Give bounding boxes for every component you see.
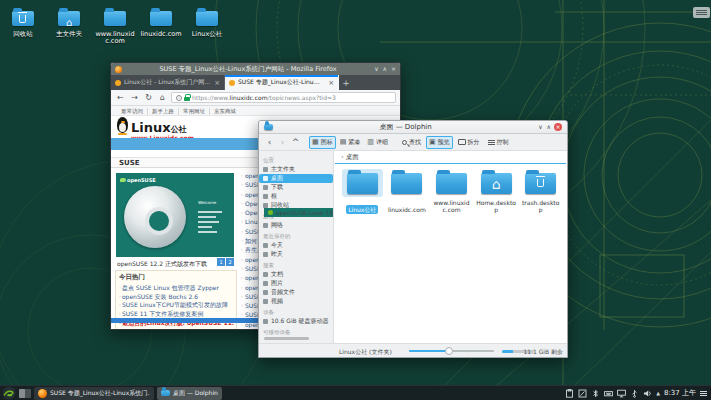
browser-tab[interactable]: SUSE 专题_Linux公社-Linu… × [225, 75, 339, 90]
place-icon [263, 290, 268, 295]
page-number[interactable]: 2 [226, 258, 234, 266]
desktop-icon[interactable]: 回收站 [0, 6, 46, 45]
bookmark-item[interactable]: 常用网址 [179, 108, 210, 115]
folder-icon [436, 173, 467, 194]
find-button[interactable]: 查找 [399, 136, 424, 149]
places-item[interactable]: 设备 [259, 308, 333, 317]
view-mode-button[interactable]: ▦ 图标 [309, 136, 336, 149]
new-tab-button[interactable]: + [339, 75, 353, 90]
minimize-icon[interactable]: ∨ [374, 66, 378, 72]
bookmark-item[interactable]: 最常访问 [117, 108, 148, 115]
folder-icon [196, 11, 218, 26]
split-button[interactable]: 拆分 [455, 136, 483, 149]
back-icon[interactable]: ‹ [264, 137, 275, 148]
dolphin-titlebar[interactable]: 桌面 — Dolphin ∨ ∧ × [259, 121, 567, 134]
firefox-tab-bar: Linux公社 - Linux系统门户网… × SUSE 专题_Linux公社-… [111, 75, 400, 90]
forward-icon[interactable]: → [129, 93, 140, 103]
bookmark-item[interactable]: 京东商城 [210, 108, 240, 115]
bluetooth-icon[interactable] [591, 389, 600, 398]
page-number[interactable]: 1 [217, 258, 225, 266]
pagination: 12 [217, 258, 234, 266]
places-item[interactable]: 10.6 GiB 硬盘驱动器 [259, 317, 333, 326]
reload-icon[interactable]: ↻ [143, 93, 154, 103]
places-item[interactable]: openSUSE-Leap-15.1-DVD [264, 208, 333, 217]
task-button[interactable]: SUSE 专题_Linux公社-Linux系统门… [34, 387, 154, 400]
virtual-desktop-pager[interactable] [19, 389, 31, 398]
url-bar[interactable]: i https://www.linuxidc.com/topicnews.asp… [171, 92, 396, 103]
tab-close-icon[interactable]: × [214, 79, 220, 87]
places-item[interactable]: 下载 [259, 183, 333, 192]
maximize-icon[interactable]: ∧ [547, 124, 551, 130]
slider-handle[interactable] [445, 347, 453, 355]
desktop-icon[interactable]: Linux公社 [184, 6, 230, 45]
places-item[interactable]: 图片 [259, 279, 333, 288]
places-item[interactable]: 音频文件 [259, 288, 333, 297]
file-item[interactable]: linuxidc.com [385, 169, 430, 216]
firefox-titlebar[interactable]: SUSE 专题_Linux公社-Linux系统门户网站 - Mozilla Fi… [111, 63, 400, 75]
place-icon [263, 194, 268, 199]
clock[interactable]: 8:37 上午 [664, 388, 696, 398]
file-item[interactable]: trash.desktop [518, 169, 563, 216]
view-mode-button[interactable]: ▤ 紧凑 [337, 136, 364, 149]
maximize-icon[interactable]: ∧ [383, 66, 387, 72]
breadcrumb-folder[interactable]: 桌面 [346, 153, 359, 162]
minimize-icon[interactable]: ∨ [538, 124, 542, 130]
places-item[interactable]: 网络 [259, 221, 333, 230]
horizontal-scrollbar[interactable] [264, 337, 309, 340]
places-item[interactable]: 视频 [259, 297, 333, 306]
site-info-icon[interactable]: i [176, 95, 182, 101]
places-item[interactable]: 搜索 [259, 261, 333, 270]
panel-toggle-icon[interactable] [700, 391, 707, 396]
tab-close-icon[interactable]: × [328, 79, 334, 87]
back-icon[interactable]: ← [115, 93, 126, 103]
preview-button[interactable]: ▣ 预览 [426, 136, 453, 149]
clipboard-icon[interactable] [565, 389, 574, 398]
places-item[interactable]: 可移动设备 [259, 328, 333, 337]
places-item[interactable]: 昨天 [259, 250, 333, 259]
places-item[interactable]: 根 [259, 192, 333, 201]
file-item[interactable]: Home.desktop [474, 169, 519, 216]
task-button[interactable]: 桌面 — Dolphin [157, 387, 222, 400]
place-icon [263, 272, 268, 277]
desktop-icon[interactable]: 主文件夹 [46, 6, 92, 45]
dvd-image[interactable]: openSUSE Welcome [116, 173, 234, 257]
zoom-slider[interactable] [409, 350, 494, 352]
desktop-icon[interactable]: linuxidc.com [138, 6, 184, 45]
hot-article-link[interactable]: openSUSE 安装 Bochs 2.6 [119, 293, 233, 302]
site-logo-main: Linux [131, 120, 171, 135]
file-item[interactable]: www.linuxidc.com [429, 169, 474, 216]
bookmark-item[interactable]: 新手上路 [148, 108, 179, 115]
desktop-icon[interactable]: www.linuxidc.com [92, 6, 138, 45]
app-launcher-icon[interactable] [2, 386, 16, 400]
tray-expand-icon[interactable]: ▲ [656, 390, 660, 396]
folder-view[interactable]: › 桌面 Linux公社 linuxidc.com www.linuxidc.c… [333, 151, 567, 343]
keyboard-icon[interactable] [604, 389, 613, 398]
places-item[interactable]: 文档 [259, 270, 333, 279]
volume-icon[interactable] [643, 389, 652, 398]
forward-icon[interactable]: › [277, 137, 288, 148]
control-button[interactable]: 控制 [485, 136, 512, 149]
note-icon[interactable] [578, 389, 587, 398]
view-mode-button[interactable]: ▥ 详细 [364, 136, 391, 149]
hot-article-link[interactable]: SUSE 11 下文件系统修复案例 [119, 310, 233, 319]
hot-article-link[interactable]: SUSE Linux下CPU节能模式引发的故障 [119, 301, 233, 310]
hot-article-link[interactable]: 盘点 SUSE Linux 包管理器 Zypper [119, 284, 233, 293]
task-icon [38, 389, 47, 398]
close-icon[interactable]: × [554, 123, 562, 131]
usb-device-icon[interactable] [630, 389, 639, 398]
place-icon [263, 252, 268, 257]
desktop-icon-label: www.linuxidc.com [92, 31, 138, 45]
display-icon[interactable] [617, 389, 626, 398]
menu-icon [488, 140, 495, 145]
desktop-toolbox-icon[interactable] [693, 7, 710, 18]
close-icon[interactable]: × [391, 66, 396, 72]
places-item[interactable]: 位置 [259, 156, 333, 165]
file-item[interactable]: Linux公社 [340, 169, 385, 216]
up-icon[interactable]: ^ [290, 137, 301, 148]
browser-tab[interactable]: Linux公社 - Linux系统门户网… × [111, 75, 225, 90]
places-item[interactable]: 桌面 [259, 174, 333, 183]
places-item[interactable]: 主文件夹 [259, 165, 333, 174]
places-item[interactable]: 最近保存的 [259, 232, 333, 241]
places-item[interactable]: 今天 [259, 241, 333, 250]
home-icon[interactable]: ⌂ [157, 93, 168, 103]
